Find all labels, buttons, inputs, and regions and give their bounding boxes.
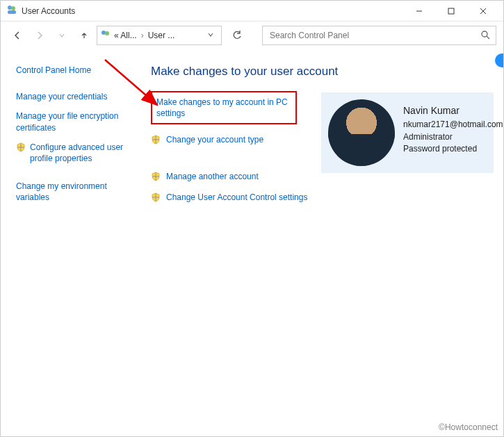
back-button[interactable] — [8, 26, 27, 45]
account-name: Navin Kumar — [403, 104, 503, 117]
svg-point-1 — [11, 6, 15, 10]
svg-rect-2 — [8, 10, 16, 14]
close-button[interactable] — [467, 1, 499, 22]
shield-icon — [151, 135, 161, 145]
current-account-card: Navin Kumar nkumar2171@hotmail.com Admin… — [321, 92, 494, 173]
svg-line-10 — [487, 36, 489, 39]
breadcrumb-segment[interactable]: User ... — [148, 31, 175, 40]
svg-point-8 — [105, 31, 109, 35]
footer-credit: ©Howtoconnect — [439, 422, 498, 432]
content-area: Control Panel Home Manage your credentia… — [1, 49, 503, 417]
main-panel: Make changes to your user account Make c… — [140, 65, 503, 417]
control-panel-home-link[interactable]: Control Panel Home — [16, 65, 133, 76]
search-input[interactable] — [268, 30, 480, 41]
svg-point-9 — [482, 31, 487, 37]
address-dropdown-icon[interactable] — [203, 31, 218, 40]
address-bar[interactable]: « All... › User ... — [97, 26, 222, 45]
sidebar: Control Panel Home Manage your credentia… — [1, 65, 140, 417]
svg-point-7 — [101, 31, 106, 35]
refresh-button[interactable] — [227, 26, 247, 45]
svg-rect-4 — [448, 8, 454, 14]
sidebar-link[interactable]: Manage your credentials — [16, 91, 133, 102]
account-password-status: Password protected — [403, 143, 503, 155]
title-bar: User Accounts — [1, 1, 503, 22]
search-box[interactable] — [262, 26, 496, 45]
avatar — [328, 99, 395, 166]
account-details: Navin Kumar nkumar2171@hotmail.com Admin… — [403, 99, 503, 155]
search-icon[interactable] — [480, 30, 490, 42]
chevron-right-icon: › — [141, 31, 144, 40]
sidebar-link[interactable]: Configure advanced user profile properti… — [30, 142, 133, 164]
up-button[interactable] — [74, 26, 94, 45]
navigation-bar: « All... › User ... — [1, 22, 503, 49]
highlight-annotation: Make changes to my account in PC setting… — [151, 91, 297, 124]
shield-icon — [151, 192, 161, 202]
uac-settings-link[interactable]: Change User Account Control settings — [166, 192, 307, 203]
sidebar-link[interactable]: Manage your file encryption certificates — [16, 110, 133, 133]
shield-icon — [16, 142, 26, 152]
user-accounts-icon — [6, 4, 17, 17]
minimize-button[interactable] — [403, 1, 435, 22]
account-email: nkumar2171@hotmail.com — [403, 119, 503, 131]
change-account-type-link[interactable]: Change your account type — [166, 134, 263, 145]
window-title: User Accounts — [22, 6, 75, 16]
recent-locations-dropdown[interactable] — [52, 26, 72, 45]
manage-another-account-link[interactable]: Manage another account — [166, 171, 259, 182]
maximize-button[interactable] — [435, 1, 467, 22]
user-accounts-icon — [100, 29, 111, 42]
sidebar-link[interactable]: Change my environment variables — [16, 181, 133, 203]
account-actions: Make changes to my account in PC setting… — [151, 91, 311, 213]
pc-settings-link[interactable]: Make changes to my account in PC setting… — [156, 97, 288, 118]
shield-icon — [151, 172, 161, 181]
breadcrumb-segment[interactable]: « All... — [114, 31, 137, 40]
account-role: Administrator — [403, 131, 503, 143]
svg-point-0 — [8, 6, 12, 10]
page-heading: Make changes to your user account — [151, 65, 495, 79]
forward-button[interactable] — [30, 26, 49, 45]
